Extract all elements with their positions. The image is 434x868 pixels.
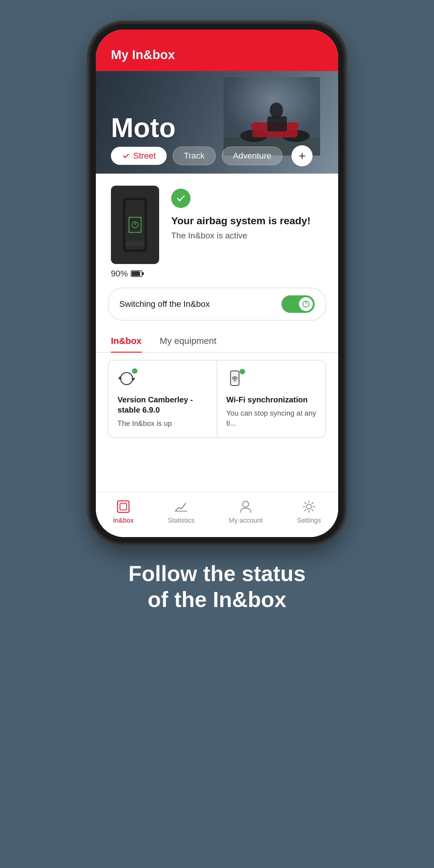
nav-account-label: My account (229, 517, 263, 524)
status-subtitle: The In&box is active (171, 231, 323, 241)
add-moto-button[interactable]: + (291, 145, 313, 166)
device-image-container: 90% (111, 186, 159, 278)
tab-adventure-label: Adventure (233, 151, 272, 160)
inbox-nav-icon (116, 499, 131, 514)
wifi-card: Wi-Fi synchronization You can stop synci… (217, 361, 326, 437)
battery-percent: 90% (111, 269, 128, 278)
tab-track[interactable]: Track (173, 147, 216, 165)
tab-track-label: Track (184, 151, 205, 160)
svg-point-27 (243, 501, 249, 507)
svg-rect-24 (118, 501, 129, 513)
app-content: My In&box (96, 30, 338, 537)
info-cards: Version Camberley - stable 6.9.0 The In&… (108, 360, 326, 438)
add-icon: + (299, 149, 306, 163)
wifi-icon-container (226, 370, 244, 389)
check-icon (176, 193, 186, 204)
toggle-label: Switching off the In&box (119, 299, 210, 309)
checkmark-icon (122, 152, 130, 160)
tab-street-label: Street (133, 151, 156, 161)
nav-statistics-label: Statistics (168, 517, 194, 524)
page-wrapper: My In&box (0, 0, 434, 868)
settings-nav-icon (301, 499, 316, 514)
svg-rect-16 (142, 272, 144, 275)
power-icon (302, 300, 310, 308)
nav-inbox-label: In&box (113, 517, 134, 524)
toggle-knob (299, 297, 313, 311)
nav-statistics[interactable]: Statistics (168, 499, 194, 524)
header-title: My In&box (111, 48, 175, 62)
sync-status-dot (132, 368, 137, 374)
power-toggle[interactable] (281, 296, 315, 313)
version-card: Version Camberley - stable 6.9.0 The In&… (108, 361, 217, 437)
battery-icon (131, 270, 144, 278)
tab-equipment[interactable]: My equipment (160, 330, 216, 352)
tagline-line1: Follow the status (128, 561, 306, 587)
bottom-tagline: Follow the status of the In&box (104, 561, 330, 613)
wifi-card-icon-row (226, 370, 316, 389)
device-image (111, 186, 159, 264)
svg-point-28 (307, 504, 311, 509)
svg-rect-14 (126, 241, 144, 246)
tab-equipment-label: My equipment (160, 336, 216, 346)
tab-street[interactable]: Street (111, 147, 167, 165)
tab-inbox[interactable]: In&box (111, 330, 142, 352)
nav-settings[interactable]: Settings (297, 499, 321, 524)
version-desc: The In&box is up (118, 418, 208, 429)
status-check-icon (171, 189, 190, 208)
wifi-title: Wi-Fi synchronization (226, 395, 316, 405)
nav-account[interactable]: My account (229, 499, 263, 524)
phone-shell: My In&box (90, 24, 344, 542)
tab-inbox-label: In&box (111, 336, 142, 346)
nav-settings-label: Settings (297, 517, 321, 524)
hero-section: Moto Street Track (96, 71, 338, 174)
wifi-desc: You can stop syncing at any ti... (226, 408, 316, 428)
account-nav-icon (238, 499, 253, 514)
tagline-line2: of the In&box (128, 587, 306, 613)
content-tabs: In&box My equipment (96, 330, 338, 352)
phone-screen: My In&box (96, 30, 338, 537)
svg-rect-17 (132, 271, 140, 276)
wifi-status-dot (240, 369, 245, 374)
header-bar: My In&box (96, 30, 338, 71)
version-title: Version Camberley - stable 6.9.0 (118, 395, 208, 415)
device-svg (120, 195, 150, 255)
main-content: 90% (96, 174, 338, 537)
tab-adventure[interactable]: Adventure (222, 147, 283, 165)
toggle-row: Switching off the In&box (108, 287, 326, 321)
svg-point-23 (234, 380, 236, 381)
svg-rect-25 (120, 503, 127, 510)
nav-inbox[interactable]: In&box (113, 499, 134, 524)
status-info: Your airbag system is ready! The In&box … (171, 186, 323, 241)
battery-info: 90% (111, 269, 159, 278)
version-card-icon-row (118, 370, 208, 389)
hero-tabs: Street Track Adventure + (111, 145, 313, 166)
statistics-nav-icon (174, 499, 189, 514)
bottom-nav: In&box Statistics (96, 492, 338, 537)
hero-moto-label: Moto (111, 113, 176, 144)
sync-icon-container (118, 370, 135, 389)
status-card: 90% (96, 174, 338, 287)
status-title: Your airbag system is ready! (171, 214, 323, 227)
